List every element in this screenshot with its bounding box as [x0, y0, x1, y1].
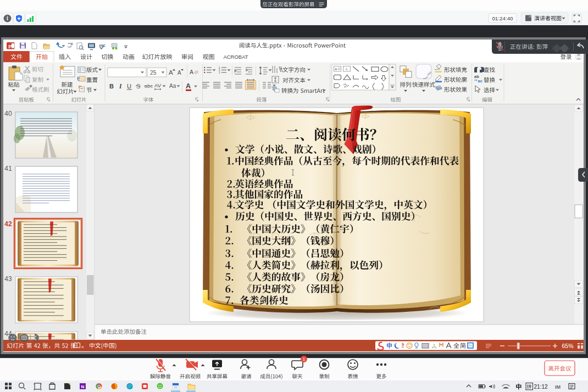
svg-text:41: 41 — [4, 165, 12, 172]
svg-text:P: P — [8, 43, 12, 49]
svg-text:A: A — [169, 69, 173, 76]
svg-text:ABC: ABC — [99, 44, 106, 47]
svg-text:A: A — [190, 69, 193, 75]
svg-text:B: B — [109, 83, 114, 89]
svg-text:i: i — [7, 15, 8, 21]
svg-text:I: I — [119, 83, 122, 89]
svg-text:A: A — [177, 70, 181, 76]
svg-text:U: U — [127, 83, 131, 89]
svg-text:Aa: Aa — [169, 83, 176, 89]
svg-text:65%: 65% — [562, 343, 573, 349]
svg-text:1: 1 — [303, 357, 306, 362]
svg-text:01:24:40: 01:24:40 — [492, 15, 513, 21]
svg-text:A: A — [346, 68, 348, 71]
svg-text:A: A — [335, 68, 337, 71]
svg-text:43: 43 — [4, 275, 12, 283]
svg-text:25: 25 — [150, 69, 157, 76]
svg-text:40: 40 — [4, 110, 12, 117]
svg-text:9: 9 — [402, 342, 404, 347]
svg-text:A: A — [186, 82, 191, 90]
svg-text:N: N — [81, 384, 85, 389]
svg-text:ac: ac — [478, 79, 482, 83]
svg-text:42: 42 — [4, 220, 12, 228]
svg-text:ACROBAT: ACROBAT — [223, 54, 248, 60]
svg-text:AV: AV — [154, 82, 162, 88]
svg-text:IM: IM — [555, 384, 561, 390]
svg-text:21:12: 21:12 — [534, 384, 547, 390]
